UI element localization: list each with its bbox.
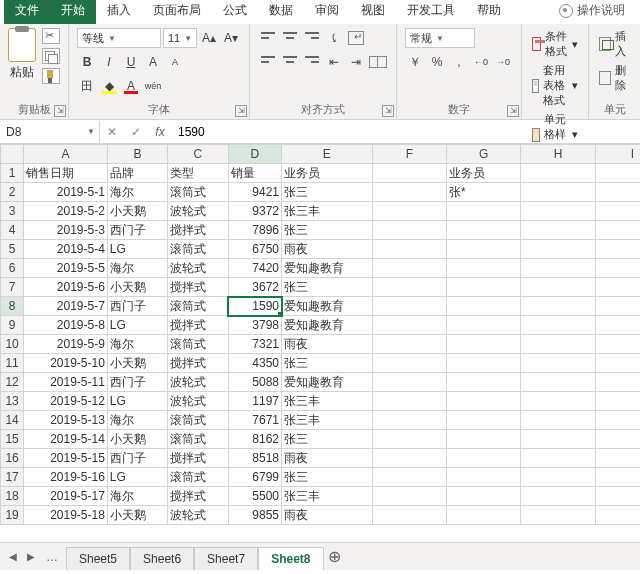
cell[interactable]	[372, 487, 446, 506]
phonetic-button[interactable]: wén	[143, 76, 163, 96]
sheet-nav-prev[interactable]: ◀	[4, 547, 22, 567]
cell[interactable]: LG	[107, 240, 167, 259]
cell[interactable]: LG	[107, 316, 167, 335]
cell[interactable]	[595, 240, 640, 259]
cell[interactable]	[595, 373, 640, 392]
col-header-I[interactable]: I	[595, 145, 640, 164]
cell[interactable]: 搅拌式	[168, 221, 228, 240]
cell[interactable]: 3798	[228, 316, 281, 335]
cell[interactable]	[521, 335, 595, 354]
cell[interactable]: 2019-5-5	[24, 259, 108, 278]
cell[interactable]: 小天鹅	[107, 278, 167, 297]
cell[interactable]: LG	[107, 468, 167, 487]
cell[interactable]	[595, 164, 640, 183]
cell[interactable]: 搅拌式	[168, 449, 228, 468]
cell[interactable]: 2019-5-15	[24, 449, 108, 468]
cell[interactable]: 小天鹅	[107, 430, 167, 449]
cell[interactable]	[372, 183, 446, 202]
sheet-tab-7[interactable]: Sheet7	[194, 547, 258, 570]
row-header[interactable]: 1	[1, 164, 24, 183]
cell[interactable]: 小天鹅	[107, 354, 167, 373]
cell[interactable]	[595, 316, 640, 335]
cell[interactable]: 雨夜	[282, 506, 373, 525]
cell[interactable]	[446, 354, 520, 373]
cell[interactable]: 滚筒式	[168, 468, 228, 487]
cell[interactable]: 搅拌式	[168, 487, 228, 506]
comma-button[interactable]: ,	[449, 52, 469, 72]
cell[interactable]: 7896	[228, 221, 281, 240]
row-header[interactable]: 6	[1, 259, 24, 278]
row-header[interactable]: 8	[1, 297, 24, 316]
row-header[interactable]: 13	[1, 392, 24, 411]
cell[interactable]: 2019-5-9	[24, 335, 108, 354]
cell[interactable]	[372, 449, 446, 468]
cell[interactable]	[372, 221, 446, 240]
cell[interactable]	[521, 411, 595, 430]
cell[interactable]: 7671	[228, 411, 281, 430]
cell[interactable]	[446, 430, 520, 449]
cell[interactable]: 海尔	[107, 411, 167, 430]
cell[interactable]	[595, 430, 640, 449]
cell[interactable]: 8518	[228, 449, 281, 468]
number-launcher[interactable]: ⇲	[507, 105, 519, 117]
cell[interactable]	[595, 183, 640, 202]
cell[interactable]	[372, 354, 446, 373]
cell[interactable]: 8162	[228, 430, 281, 449]
cell[interactable]	[595, 278, 640, 297]
tab-file[interactable]: 文件	[4, 0, 50, 24]
cell[interactable]: 2019-5-14	[24, 430, 108, 449]
increase-decimal-button[interactable]: ←0	[471, 52, 491, 72]
cell[interactable]	[595, 221, 640, 240]
cancel-button[interactable]: ✕	[100, 121, 124, 143]
cell[interactable]: 6750	[228, 240, 281, 259]
col-header-D[interactable]: D	[228, 145, 281, 164]
cell[interactable]: 2019-5-3	[24, 221, 108, 240]
cell[interactable]: 滚筒式	[168, 240, 228, 259]
cell[interactable]: 张三	[282, 183, 373, 202]
cell[interactable]	[521, 202, 595, 221]
cell[interactable]: 张三	[282, 221, 373, 240]
cell[interactable]: 业务员	[282, 164, 373, 183]
delete-cells-button[interactable]: 删除	[597, 62, 632, 94]
cell[interactable]	[372, 411, 446, 430]
cell[interactable]	[372, 335, 446, 354]
cell[interactable]	[521, 392, 595, 411]
cell[interactable]	[521, 487, 595, 506]
row-header[interactable]: 16	[1, 449, 24, 468]
cell[interactable]: 小天鹅	[107, 506, 167, 525]
sheet-tab-5[interactable]: Sheet5	[66, 547, 130, 570]
tab-home[interactable]: 开始	[50, 0, 96, 24]
new-sheet-button[interactable]: ⊕	[324, 547, 346, 566]
cell[interactable]	[446, 221, 520, 240]
row-header[interactable]: 2	[1, 183, 24, 202]
column-headers[interactable]: A B C D E F G H I	[1, 145, 641, 164]
cell[interactable]: 类型	[168, 164, 228, 183]
cell[interactable]	[372, 164, 446, 183]
percent-button[interactable]: %	[427, 52, 447, 72]
bold-button[interactable]: B	[77, 52, 97, 72]
col-header-A[interactable]: A	[24, 145, 108, 164]
row-header[interactable]: 3	[1, 202, 24, 221]
cell[interactable]: 波轮式	[168, 259, 228, 278]
decrease-font-button[interactable]: A▾	[221, 28, 241, 48]
clipboard-launcher[interactable]: ⇲	[54, 105, 66, 117]
cell[interactable]: 2019-5-2	[24, 202, 108, 221]
cell[interactable]: 海尔	[107, 259, 167, 278]
cell[interactable]	[372, 278, 446, 297]
cell[interactable]	[372, 202, 446, 221]
cell[interactable]	[521, 183, 595, 202]
cell[interactable]: 2019-5-17	[24, 487, 108, 506]
align-center-button[interactable]	[280, 52, 300, 72]
cell[interactable]: 9421	[228, 183, 281, 202]
cell[interactable]: 爱知趣教育	[282, 297, 373, 316]
cell[interactable]: 搅拌式	[168, 278, 228, 297]
cell[interactable]: 雨夜	[282, 449, 373, 468]
cell[interactable]: 张三	[282, 430, 373, 449]
cell[interactable]	[372, 506, 446, 525]
cell[interactable]: 西门子	[107, 449, 167, 468]
cell[interactable]	[446, 335, 520, 354]
cell[interactable]: 2019-5-4	[24, 240, 108, 259]
cell[interactable]: 9372	[228, 202, 281, 221]
row-header[interactable]: 9	[1, 316, 24, 335]
align-top-button[interactable]	[258, 28, 278, 48]
